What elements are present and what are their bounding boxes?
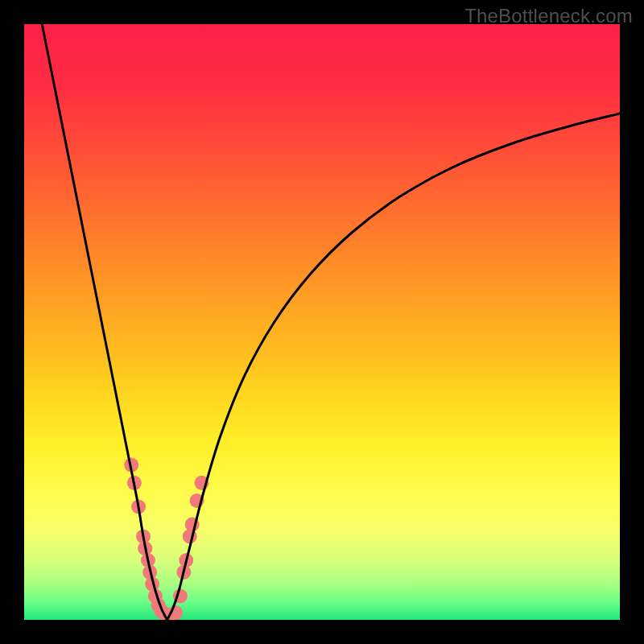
marker-cluster (124, 458, 208, 620)
watermark-text: TheBottleneck.com (464, 5, 633, 27)
right-curve (167, 114, 620, 620)
left-curve (42, 24, 167, 620)
chart-frame: TheBottleneck.com (0, 0, 644, 644)
curves-layer (24, 24, 620, 620)
plot-area (24, 24, 620, 620)
